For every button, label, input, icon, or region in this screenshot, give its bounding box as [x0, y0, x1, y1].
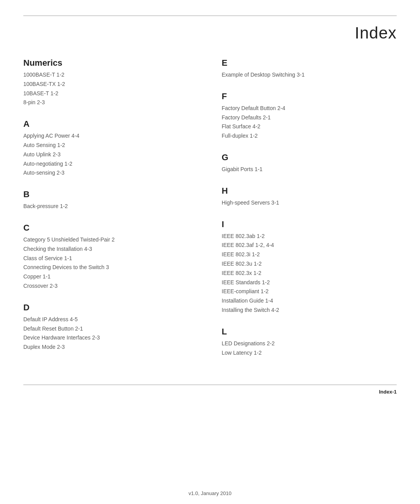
index-entry: IEEE Standards 1-2	[222, 278, 397, 287]
index-section: Numerics1000BASE-T 1-2100BASE-TX 1-210BA…	[23, 58, 198, 107]
index-section: IIEEE 802.3ab 1-2IEEE 802.3af 1-2, 4-4IE…	[222, 219, 397, 315]
index-entry: 1000BASE-T 1-2	[23, 70, 198, 80]
section-items: Category 5 Unshielded Twisted-Pair 2Chec…	[23, 235, 198, 291]
section-items: Factory Default Button 2-4Factory Defaul…	[222, 104, 397, 141]
index-entry: Copper 1-1	[23, 272, 198, 282]
index-entry: IEEE 802.3ab 1-2	[222, 232, 397, 241]
index-entry: Example of Desktop Switching 3-1	[222, 70, 397, 80]
index-entry: Flat Surface 4-2	[222, 122, 397, 131]
index-entry: Full-duplex 1-2	[222, 131, 397, 141]
left-column: Numerics1000BASE-T 1-2100BASE-TX 1-210BA…	[23, 58, 198, 369]
index-entry: Connecting Devices to the Switch 3	[23, 263, 198, 272]
index-entry: IEEE 802.3u 1-2	[222, 259, 397, 269]
index-content: Numerics1000BASE-T 1-2100BASE-TX 1-210BA…	[23, 58, 397, 369]
index-entry: Auto Uplink 2-3	[23, 150, 198, 159]
section-items: IEEE 802.3ab 1-2IEEE 802.3af 1-2, 4-4IEE…	[222, 232, 397, 315]
index-entry: IEEE-compliant 1-2	[222, 287, 397, 296]
footer: Index-1	[23, 389, 397, 402]
index-entry: Installation Guide 1-4	[222, 296, 397, 306]
index-entry: IEEE 802.3af 1-2, 4-4	[222, 241, 397, 250]
section-heading: D	[23, 303, 198, 313]
index-entry: Checking the Installation 4-3	[23, 245, 198, 254]
index-section: LLED Designations 2-2Low Latency 1-2	[222, 327, 397, 358]
index-entry: IEEE 802.3x 1-2	[222, 269, 397, 278]
section-heading: E	[222, 58, 397, 68]
index-section: AApplying AC Power 4-4Auto Sensing 1-2Au…	[23, 119, 198, 178]
index-entry: Class of Service 1-1	[23, 254, 198, 263]
index-section: EExample of Desktop Switching 3-1	[222, 58, 397, 80]
section-heading: B	[23, 189, 198, 200]
index-entry: IEEE 802.3i 1-2	[222, 250, 397, 259]
right-column: EExample of Desktop Switching 3-1FFactor…	[222, 58, 397, 369]
index-entry: Applying AC Power 4-4	[23, 131, 198, 141]
index-entry: Default IP Address 4-5	[23, 315, 198, 324]
section-heading: A	[23, 119, 198, 129]
index-entry: Factory Default Button 2-4	[222, 104, 397, 113]
index-entry: Installing the Switch 4-2	[222, 306, 397, 315]
index-section: GGigabit Ports 1-1	[222, 152, 397, 174]
index-entry: 10BASE-T 1-2	[23, 89, 198, 98]
index-entry: Default Reset Button 2-1	[23, 324, 198, 334]
index-entry: High-speed Servers 3-1	[222, 198, 397, 208]
index-section: HHigh-speed Servers 3-1	[222, 186, 397, 208]
section-items: Default IP Address 4-5Default Reset Butt…	[23, 315, 198, 352]
section-items: Example of Desktop Switching 3-1	[222, 70, 397, 80]
index-entry: 8-pin 2-3	[23, 98, 198, 107]
index-entry: Crossover 2-3	[23, 282, 198, 291]
section-heading: C	[23, 223, 198, 233]
index-entry: Duplex Mode 2-3	[23, 343, 198, 352]
index-entry: Gigabit Ports 1-1	[222, 165, 397, 174]
index-section: DDefault IP Address 4-5Default Reset But…	[23, 303, 198, 352]
section-heading: F	[222, 91, 397, 102]
index-entry: Auto-negotiating 1-2	[23, 159, 198, 169]
section-items: Back-pressure 1-2	[23, 202, 198, 211]
index-section: CCategory 5 Unshielded Twisted-Pair 2Che…	[23, 223, 198, 291]
section-items: LED Designations 2-2Low Latency 1-2	[222, 339, 397, 358]
section-items: Gigabit Ports 1-1	[222, 165, 397, 174]
index-entry: Auto Sensing 1-2	[23, 141, 198, 150]
index-section: FFactory Default Button 2-4Factory Defau…	[222, 91, 397, 141]
section-heading: H	[222, 186, 397, 196]
index-entry: 100BASE-TX 1-2	[23, 80, 198, 89]
bottom-rule	[23, 385, 397, 385]
top-rule	[23, 16, 397, 16]
index-entry: Device Hardware Interfaces 2-3	[23, 333, 198, 343]
section-heading: Numerics	[23, 58, 198, 68]
index-entry: Back-pressure 1-2	[23, 202, 198, 211]
section-heading: L	[222, 327, 397, 337]
page-number: Index-1	[379, 389, 397, 395]
section-items: Applying AC Power 4-4Auto Sensing 1-2Aut…	[23, 131, 198, 178]
section-heading: I	[222, 219, 397, 229]
footer-version: v1.0, January 2010	[189, 490, 232, 496]
index-entry: Factory Defaults 2-1	[222, 113, 397, 122]
index-entry: Low Latency 1-2	[222, 348, 397, 358]
section-heading: G	[222, 152, 397, 163]
section-items: 1000BASE-T 1-2100BASE-TX 1-210BASE-T 1-2…	[23, 70, 198, 107]
index-entry: Category 5 Unshielded Twisted-Pair 2	[23, 235, 198, 245]
index-entry: LED Designations 2-2	[222, 339, 397, 348]
index-section: BBack-pressure 1-2	[23, 189, 198, 211]
page-title: Index	[0, 24, 397, 42]
index-entry: Auto-sensing 2-3	[23, 168, 198, 178]
section-items: High-speed Servers 3-1	[222, 198, 397, 208]
